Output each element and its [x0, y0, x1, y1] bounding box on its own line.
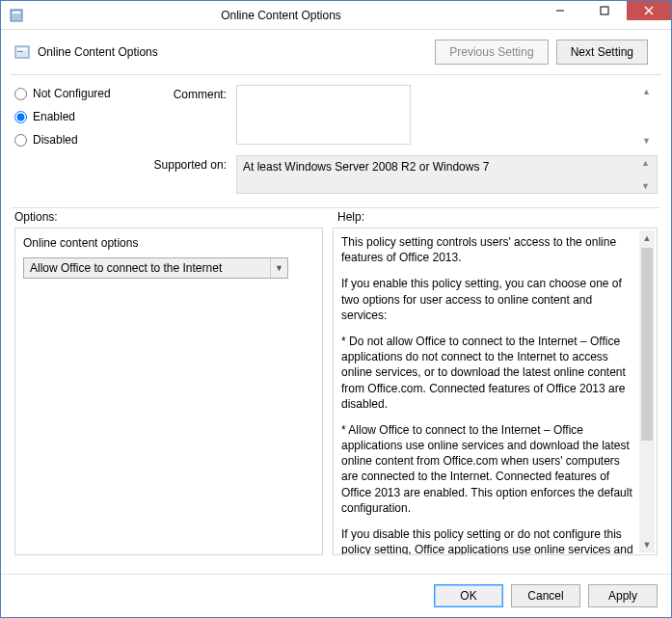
next-setting-button[interactable]: Next Setting	[556, 40, 648, 65]
scroll-up-icon[interactable]: ▲	[641, 158, 655, 168]
scroll-down-icon[interactable]: ▼	[641, 181, 655, 191]
supported-label: Supported on:	[149, 155, 236, 194]
close-button[interactable]	[627, 1, 671, 20]
radio-label: Enabled	[33, 110, 75, 123]
panels: Online content options Allow Office to c…	[1, 228, 671, 555]
help-paragraph: If you disable this policy setting or do…	[341, 526, 635, 555]
chevron-down-icon: ▼	[270, 258, 287, 278]
options-label: Options:	[14, 210, 328, 224]
help-text: This policy setting controls users' acce…	[341, 234, 653, 555]
scroll-up-icon[interactable]: ▲	[642, 87, 656, 96]
comment-input[interactable]	[236, 85, 411, 145]
comment-row: Comment: ▲▼	[149, 85, 658, 148]
radio-disabled[interactable]: Disabled	[14, 133, 149, 147]
scroll-up-icon[interactable]: ▲	[639, 230, 655, 246]
supported-scroll: ▲▼	[641, 158, 655, 191]
svg-rect-8	[17, 51, 23, 52]
help-paragraph: This policy setting controls users' acce…	[341, 234, 635, 265]
nav-buttons: Previous Setting Next Setting	[435, 40, 648, 65]
options-panel: Online content options Allow Office to c…	[14, 228, 323, 555]
options-title: Online content options	[23, 236, 314, 250]
apply-button[interactable]: Apply	[588, 584, 658, 607]
comment-label: Comment:	[149, 85, 236, 148]
cancel-button[interactable]: Cancel	[511, 584, 580, 607]
comment-scroll: ▲▼	[642, 87, 656, 146]
svg-rect-3	[601, 7, 608, 14]
svg-rect-7	[17, 48, 27, 50]
radio-enabled[interactable]: Enabled	[14, 110, 149, 123]
supported-box: At least Windows Server 2008 R2 or Windo…	[236, 155, 658, 194]
online-content-dropdown[interactable]: Allow Office to connect to the Internet …	[23, 257, 288, 279]
titlebar: Online Content Options	[1, 1, 671, 30]
state-radio-group: Not Configured Enabled Disabled	[14, 85, 149, 202]
radio-disabled-input[interactable]	[14, 134, 27, 147]
header: Online Content Options Previous Setting …	[1, 30, 671, 74]
radio-not-configured-input[interactable]	[14, 88, 27, 100]
radio-label: Not Configured	[33, 87, 111, 100]
help-panel: This policy setting controls users' acce…	[333, 228, 658, 555]
ok-button[interactable]: OK	[434, 584, 503, 607]
app-icon	[9, 8, 24, 23]
help-scrollbar[interactable]: ▲ ▼	[639, 230, 655, 552]
dropdown-value: Allow Office to connect to the Internet	[24, 261, 270, 275]
titlebar-controls	[538, 1, 671, 29]
fields: Comment: ▲▼ Supported on: At least Windo…	[149, 85, 658, 202]
help-paragraph: * Do not allow Office to connect to the …	[341, 334, 635, 412]
help-paragraph: * Allow Office to connect to the Interne…	[341, 422, 635, 516]
radio-not-configured[interactable]: Not Configured	[14, 87, 149, 100]
top-section: Not Configured Enabled Disabled Comment:…	[1, 75, 671, 207]
page-title: Online Content Options	[38, 45, 435, 59]
footer: OK Cancel Apply	[1, 574, 671, 617]
previous-setting-button[interactable]: Previous Setting	[435, 40, 548, 65]
maximize-button[interactable]	[582, 1, 627, 20]
scroll-down-icon[interactable]: ▼	[642, 136, 656, 146]
svg-rect-0	[11, 10, 22, 21]
supported-row: Supported on: At least Windows Server 20…	[149, 155, 658, 194]
window-title: Online Content Options	[24, 9, 538, 22]
supported-value: At least Windows Server 2008 R2 or Windo…	[243, 160, 489, 174]
help-paragraph: If you enable this policy setting, you c…	[341, 276, 635, 323]
radio-label: Disabled	[33, 133, 78, 147]
minimize-button[interactable]	[538, 1, 582, 20]
scroll-down-icon[interactable]: ▼	[639, 537, 655, 552]
help-label: Help:	[328, 210, 658, 224]
svg-rect-1	[13, 12, 20, 13]
policy-icon	[14, 44, 30, 60]
mid-labels: Options: Help:	[1, 208, 671, 228]
scrollbar-thumb[interactable]	[641, 248, 653, 441]
radio-enabled-input[interactable]	[14, 111, 27, 123]
